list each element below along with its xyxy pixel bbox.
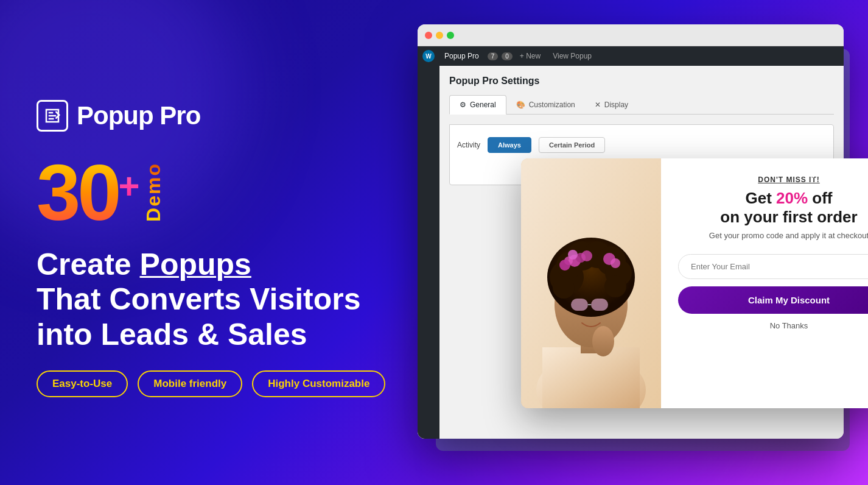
right-panel: W Popup Pro 7 0 + New View Popup Popup P… bbox=[418, 24, 868, 463]
popup-headline-suffix: off bbox=[808, 189, 832, 207]
settings-title: Popup Pro Settings bbox=[449, 76, 834, 87]
wp-site-name: Popup Pro bbox=[439, 52, 484, 60]
tag-customizable: Highly Customizable bbox=[252, 370, 385, 397]
logo-svg bbox=[43, 107, 61, 125]
wp-count1: 7 bbox=[488, 52, 499, 60]
left-panel: Popup Pro 30 + Demo Create Popups That C… bbox=[37, 0, 450, 485]
headline-create: Create bbox=[37, 247, 140, 281]
headline-line3: into Leads & Sales bbox=[37, 317, 450, 353]
wp-logo-icon: W bbox=[422, 50, 435, 62]
wp-view-popup[interactable]: View Popup bbox=[548, 52, 597, 60]
popup-headline: Get 20% off on your first order bbox=[678, 189, 868, 227]
wp-new-label[interactable]: + New bbox=[515, 52, 545, 60]
tab-customization-label: Customization bbox=[529, 101, 575, 109]
logo-icon bbox=[37, 100, 68, 132]
brand-name: Popup Pro bbox=[77, 101, 200, 130]
tab-general-label: General bbox=[470, 101, 496, 109]
settings-sidebar bbox=[418, 66, 439, 439]
wp-admin-bar: W Popup Pro 7 0 + New View Popup bbox=[418, 46, 844, 66]
svg-point-22 bbox=[559, 260, 570, 271]
logo-area: Popup Pro bbox=[37, 100, 450, 132]
settings-tabs: ⚙ General 🎨 Customization ✕ Display bbox=[449, 95, 834, 115]
sparkle-svg bbox=[807, 146, 844, 183]
customize-icon: 🎨 bbox=[516, 101, 525, 109]
activity-always-btn[interactable]: Always bbox=[488, 137, 531, 153]
tab-general[interactable]: ⚙ General bbox=[449, 95, 506, 115]
demo-label: Demo bbox=[142, 163, 165, 222]
woman-svg bbox=[521, 158, 661, 408]
headline-line2: That Converts Visitors bbox=[37, 282, 450, 317]
svg-point-24 bbox=[611, 258, 620, 268]
popup-subtext: Get your promo code and apply it at chec… bbox=[678, 230, 868, 241]
maximize-dot[interactable] bbox=[447, 32, 454, 39]
svg-rect-25 bbox=[571, 299, 588, 311]
svg-rect-26 bbox=[591, 299, 608, 311]
tab-display-label: Display bbox=[604, 101, 628, 109]
popup-content-side: × DON'T MISS IT! Get 20% off on your fir… bbox=[661, 158, 868, 408]
svg-point-16 bbox=[553, 277, 575, 299]
demo-plus: + bbox=[119, 165, 140, 207]
close-dot[interactable] bbox=[425, 32, 432, 39]
headline-line1: Create Popups bbox=[37, 247, 450, 283]
minimize-dot[interactable] bbox=[436, 32, 443, 39]
popup-woman-image bbox=[521, 158, 661, 408]
browser-titlebar bbox=[418, 24, 844, 46]
popup-email-input[interactable] bbox=[678, 254, 868, 279]
tab-display[interactable]: ✕ Display bbox=[585, 95, 638, 114]
headline: Create Popups That Converts Visitors int… bbox=[37, 247, 450, 353]
demo-badge: 30 + Demo bbox=[37, 150, 450, 235]
svg-point-20 bbox=[581, 250, 592, 261]
popup-headline-prefix: Get bbox=[745, 189, 776, 207]
svg-point-15 bbox=[604, 275, 626, 297]
svg-line-0 bbox=[813, 165, 822, 177]
tags-row: Easy-to-Use Mobile friendly Highly Custo… bbox=[37, 370, 450, 397]
sparkle-decoration bbox=[807, 146, 844, 185]
tag-easy: Easy-to-Use bbox=[37, 370, 128, 397]
popup-no-thanks[interactable]: No Thanks bbox=[678, 321, 868, 330]
popup-cta-button[interactable]: Claim My Discount bbox=[678, 286, 868, 314]
svg-rect-5 bbox=[542, 347, 640, 408]
popup-headline-line2: on your first order bbox=[720, 208, 857, 226]
popup-demo: × DON'T MISS IT! Get 20% off on your fir… bbox=[521, 158, 868, 408]
activity-label: Activity bbox=[457, 141, 480, 149]
tab-customization[interactable]: 🎨 Customization bbox=[506, 95, 585, 114]
activity-certain-period-btn[interactable]: Certain Period bbox=[539, 137, 605, 153]
display-icon: ✕ bbox=[595, 101, 601, 109]
activity-row: Activity Always Certain Period bbox=[457, 137, 826, 153]
tag-mobile: Mobile friendly bbox=[138, 370, 242, 397]
popup-discount: 20% bbox=[776, 189, 808, 207]
wp-count2: 0 bbox=[502, 52, 513, 60]
popup-image-side bbox=[521, 158, 661, 408]
svg-point-21 bbox=[568, 250, 578, 260]
svg-point-28 bbox=[592, 326, 614, 356]
demo-number: 30 bbox=[37, 153, 119, 232]
gear-icon: ⚙ bbox=[460, 101, 466, 109]
headline-popups: Popups bbox=[140, 247, 251, 281]
